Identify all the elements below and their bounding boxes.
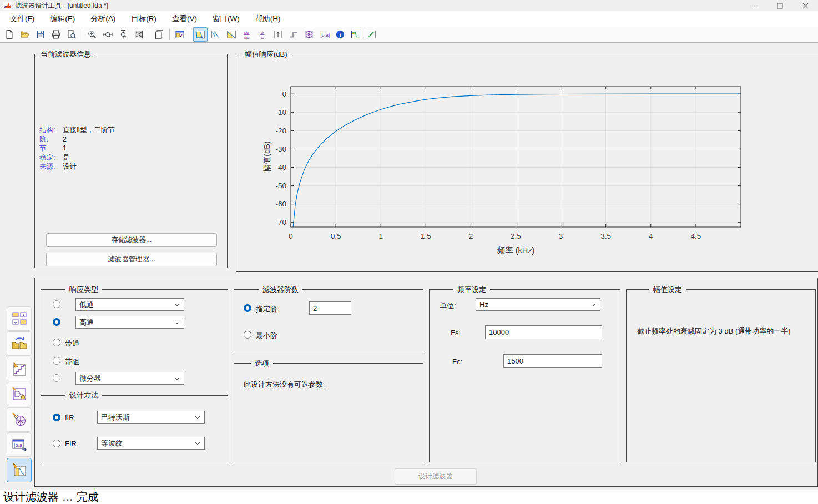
- menubar: 文件(F) 编辑(E) 分析(A) 目标(R) 查看(V) 窗口(W) 帮助(H…: [0, 11, 818, 27]
- zoom-x-icon: [103, 29, 113, 39]
- other-response-radio[interactable]: [53, 374, 60, 382]
- menu-help[interactable]: 帮助(H): [248, 11, 289, 27]
- fir-radio[interactable]: [53, 440, 60, 447]
- svg-text:1: 1: [378, 232, 383, 240]
- filter-manager-button[interactable]: 滤波器管理器...: [46, 253, 217, 266]
- sidebar-multirate-filter-button[interactable]: [7, 306, 32, 331]
- menu-view[interactable]: 查看(V): [164, 11, 205, 27]
- fc-input[interactable]: 1500: [503, 354, 602, 368]
- filter-info-rows: 结构: 直接Ⅱ型，二阶节 阶: 2 节 1 稳定: 是 来源: 设计: [39, 125, 115, 172]
- quantize-button[interactable]: [364, 27, 378, 42]
- coefficients-icon: [b,a]: [320, 29, 330, 39]
- open-file-button[interactable]: [18, 27, 32, 42]
- sidebar-design-filter-button[interactable]: [7, 458, 32, 482]
- print-button[interactable]: [49, 27, 63, 42]
- new-file-button[interactable]: [2, 27, 17, 42]
- coefficients-button[interactable]: [b,a]: [317, 27, 332, 42]
- phase-delay-button[interactable]: φ ω: [255, 27, 270, 42]
- panel-title: 设计方法: [65, 390, 102, 400]
- sidebar-transform-filter-button[interactable]: [7, 331, 32, 356]
- filter-info-icon: i: [335, 29, 345, 39]
- units-dropdown[interactable]: Hz: [476, 298, 600, 311]
- frequency-specs-panel: 频率设定 单位: Hz Fs: 10000 Fc: 1500: [429, 289, 620, 462]
- minimum-order-radio[interactable]: [244, 331, 251, 339]
- phase-delay-icon: φ ω: [257, 29, 267, 39]
- save-button[interactable]: [33, 27, 48, 42]
- specify-order-radio[interactable]: [244, 304, 251, 312]
- svg-text:1.5: 1.5: [421, 232, 431, 240]
- lowpass-radio[interactable]: [53, 300, 60, 308]
- highpass-radio[interactable]: [53, 318, 60, 326]
- pole-zero-button[interactable]: [302, 27, 316, 42]
- statusbar: 设计滤波器 ... 完成: [0, 490, 818, 504]
- filter-design-tool-icon: [175, 29, 185, 39]
- duplicate-window-button[interactable]: [152, 27, 166, 42]
- spec-mask-button[interactable]: [349, 27, 363, 42]
- pole-zero-icon: [304, 29, 314, 39]
- zoom-y-button[interactable]: [116, 27, 130, 42]
- new-file-icon: [4, 29, 14, 39]
- options-panel: 选项 此设计方法没有可选参数。: [234, 363, 423, 462]
- fs-input[interactable]: 10000: [485, 325, 602, 339]
- bandpass-radio[interactable]: [53, 339, 60, 346]
- toolbar-separator: [169, 29, 170, 40]
- maximize-button[interactable]: [767, 0, 792, 11]
- open-file-icon: [20, 29, 30, 39]
- duplicate-window-icon: [154, 29, 164, 39]
- iir-radio[interactable]: [53, 414, 60, 421]
- magnitude-response-button[interactable]: [193, 27, 208, 42]
- filter-info-button[interactable]: i: [333, 27, 347, 42]
- menu-window[interactable]: 窗口(W): [205, 11, 248, 27]
- svg-text:0: 0: [282, 90, 286, 98]
- step-response-icon: [289, 29, 299, 39]
- chevron-down-icon: [590, 303, 596, 306]
- impulse-response-button[interactable]: [271, 27, 285, 42]
- svg-text:2.5: 2.5: [511, 232, 521, 240]
- magnitude-phase-icon: [226, 29, 236, 39]
- store-filter-button[interactable]: 存储滤波器...: [46, 233, 217, 247]
- sidebar-import-filter-button[interactable]: [b,a]: [7, 432, 32, 457]
- bandstop-label: 带阻: [65, 357, 79, 367]
- panel-title: 当前滤波器信息: [37, 49, 95, 59]
- svg-text:幅值(dB): 幅值(dB): [262, 141, 271, 172]
- group-delay-icon: dφ dω: [242, 29, 252, 39]
- step-response-button[interactable]: [286, 27, 301, 42]
- response-type-panel: 响应类型 低通 高通 带通 带阻 微分器: [41, 289, 228, 396]
- sidebar-pole-zero-editor-button[interactable]: [7, 407, 32, 432]
- design-filter-icon: [11, 462, 28, 478]
- menu-targets[interactable]: 目标(R): [123, 11, 164, 27]
- zoom-in-button[interactable]: [85, 27, 99, 42]
- zoom-x-button[interactable]: [100, 27, 115, 42]
- order-input[interactable]: 2: [309, 301, 351, 315]
- magnitude-specs-text: 截止频率处的衰减固定为 3 dB (通带功率的一半): [637, 326, 791, 336]
- fir-method-dropdown[interactable]: 等波纹: [97, 437, 205, 450]
- menu-file[interactable]: 文件(F): [2, 11, 42, 27]
- iir-method-dropdown[interactable]: 巴特沃斯: [97, 411, 205, 424]
- bandstop-radio[interactable]: [53, 357, 60, 365]
- design-panel-container: 响应类型 低通 高通 带通 带阻 微分器: [34, 278, 818, 487]
- info-row-stable: 稳定: 是: [39, 153, 115, 163]
- print-preview-button[interactable]: [64, 27, 79, 42]
- matlab-logo-icon: [3, 2, 12, 10]
- phase-response-button[interactable]: [209, 27, 223, 42]
- group-delay-button[interactable]: dφ dω: [240, 27, 254, 42]
- sidebar-realize-model-button[interactable]: [7, 382, 32, 406]
- full-view-button[interactable]: [132, 27, 146, 42]
- menu-analysis[interactable]: 分析(A): [83, 11, 123, 27]
- svg-text:i: i: [339, 31, 341, 38]
- sidebar-quantization-button[interactable]: [7, 357, 32, 381]
- svg-text:4.5: 4.5: [691, 232, 701, 240]
- fda-tool-window: 滤波器设计工具 - [untitled.fda *] 文件(F) 编辑(E) 分…: [0, 0, 818, 504]
- filter-design-tool-button[interactable]: [173, 27, 187, 42]
- minimize-button[interactable]: [741, 0, 767, 11]
- magnitude-phase-button[interactable]: [224, 27, 239, 42]
- lowpass-dropdown[interactable]: 低通: [75, 298, 184, 311]
- menu-edit[interactable]: 编辑(E): [42, 11, 83, 27]
- svg-text:-40: -40: [275, 163, 286, 172]
- design-filter-button[interactable]: 设计滤波器: [395, 468, 477, 485]
- highpass-dropdown[interactable]: 高通: [75, 316, 184, 329]
- main-area: [b,a] 当前滤波器信息 结构: 直接Ⅱ型，二阶节 阶:: [0, 43, 818, 490]
- multirate-filter-icon: [11, 310, 28, 327]
- close-button[interactable]: [792, 0, 818, 11]
- other-response-dropdown[interactable]: 微分器: [75, 372, 184, 385]
